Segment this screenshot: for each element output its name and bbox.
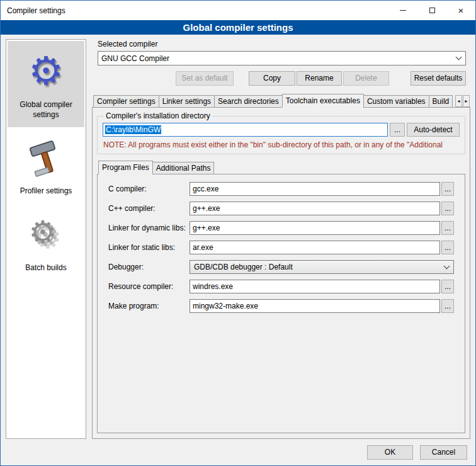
c-compiler-label: C compiler: [108, 185, 190, 193]
reset-defaults-button[interactable]: Reset defaults [411, 71, 466, 86]
set-as-default-button[interactable]: Set as default [176, 71, 234, 86]
ok-button[interactable]: OK [367, 445, 413, 460]
installation-directory-input[interactable]: C:\raylib\MinGW [103, 123, 388, 137]
copy-button[interactable]: Copy [249, 71, 295, 86]
form-row-debugger: Debugger: GDB/CDB debugger : Default [108, 260, 454, 274]
tab-toolchain-executables[interactable]: Toolchain executables [282, 94, 364, 108]
installation-directory-group: Compiler's installation directory C:\ray… [97, 111, 465, 154]
window-controls: × [388, 1, 475, 20]
compiler-settings-dialog: Compiler settings × Global compiler sett… [0, 0, 476, 466]
resource-compiler-input[interactable] [190, 280, 440, 293]
debugger-value: GDB/CDB debugger : Default [194, 263, 293, 271]
form-row-dynamic-linker: Linker for dynamic libs: ... [108, 221, 454, 235]
chevron-down-icon [456, 54, 462, 60]
cpp-compiler-browse-button[interactable]: ... [441, 202, 454, 215]
auto-detect-button[interactable]: Auto-detect [407, 123, 460, 137]
debugger-label: Debugger: [108, 263, 190, 271]
close-button[interactable]: × [446, 1, 475, 20]
close-icon: × [458, 6, 464, 15]
dialog-body: ⚙ Global compiler settings Profiler sett… [1, 35, 475, 441]
tab-build-options[interactable]: Build [429, 95, 453, 108]
make-program-label: Make program: [108, 302, 190, 310]
hammer-tool-icon [9, 131, 82, 184]
tab-scroll-right-button[interactable]: ► [463, 95, 470, 107]
make-program-input[interactable] [190, 299, 440, 313]
sidebar-item-label: Global compiler settings [9, 100, 82, 120]
static-linker-input[interactable] [190, 241, 440, 254]
tab-linker-settings[interactable]: Linker settings [159, 95, 215, 108]
resource-compiler-browse-button[interactable]: ... [441, 280, 454, 293]
dynamic-linker-label: Linker for dynamic libs: [108, 224, 190, 232]
settings-tabstrip: Compiler settings Linker settings Search… [93, 94, 470, 108]
left-arrow-icon: ◄ [456, 99, 461, 103]
cpp-compiler-label: C++ compiler: [108, 204, 190, 213]
form-row-resource-compiler: Resource compiler: ... [108, 280, 454, 293]
sidebar-item-batch-builds[interactable]: ⚙ Batch builds [8, 204, 84, 281]
chevron-down-icon [444, 263, 450, 269]
tab-scroll-left-button[interactable]: ◄ [455, 95, 462, 107]
directory-note: NOTE: All programs must exist either in … [103, 140, 460, 149]
tab-compiler-settings[interactable]: Compiler settings [93, 95, 159, 108]
program-files-panel: C compiler: ... C++ compiler: ... Linker… [97, 174, 465, 433]
window-title: Compiler settings [1, 6, 65, 15]
compiler-actions: Set as default Copy Rename Delete Reset … [98, 71, 466, 86]
form-row-c-compiler: C compiler: ... [108, 182, 454, 196]
page-title: Global compiler settings [1, 20, 475, 35]
maximize-icon [429, 8, 435, 13]
make-program-browse-button[interactable]: ... [441, 299, 454, 313]
tab-custom-variables[interactable]: Custom variables [363, 95, 429, 108]
selected-compiler-dropdown[interactable]: GNU GCC Compiler [98, 51, 466, 65]
cpp-compiler-input[interactable] [190, 202, 440, 215]
cancel-button[interactable]: Cancel [420, 445, 467, 460]
browse-directory-button[interactable]: ... [390, 123, 405, 137]
dynamic-linker-input[interactable] [190, 221, 440, 235]
installation-directory-value: C:\raylib\MinGW [105, 125, 161, 134]
tab-additional-paths[interactable]: Additional Paths [152, 162, 215, 174]
installation-directory-label: Compiler's installation directory [104, 111, 212, 120]
tab-program-files[interactable]: Program Files [98, 161, 153, 174]
gear-icon: ⚙ [9, 45, 82, 98]
title-bar[interactable]: Compiler settings × [1, 1, 475, 20]
static-linker-label: Linker for static libs: [108, 243, 190, 252]
minimize-button[interactable] [388, 1, 417, 20]
program-files-tabstrip: Program Files Additional Paths [98, 161, 465, 174]
toolchain-executables-panel: Compiler's installation directory C:\ray… [92, 107, 470, 439]
selected-compiler-value: GNU GCC Compiler [101, 54, 169, 63]
dialog-footer: OK Cancel [1, 441, 475, 465]
debugger-dropdown[interactable]: GDB/CDB debugger : Default [190, 260, 454, 274]
rename-button[interactable]: Rename [297, 71, 342, 86]
form-row-make-program: Make program: ... [108, 299, 454, 313]
form-row-static-linker: Linker for static libs: ... [108, 241, 454, 254]
installation-directory-row: C:\raylib\MinGW ... Auto-detect [103, 123, 460, 137]
c-compiler-input[interactable] [190, 182, 440, 196]
sidebar-item-label: Profiler settings [9, 186, 82, 196]
form-row-cpp-compiler: C++ compiler: ... [108, 202, 454, 215]
resource-compiler-label: Resource compiler: [108, 282, 190, 291]
sidebar-item-global-compiler-settings[interactable]: ⚙ Global compiler settings [8, 41, 84, 127]
sidebar-item-label: Batch builds [9, 263, 82, 273]
minimize-icon [400, 10, 406, 11]
tab-search-directories[interactable]: Search directories [214, 95, 283, 108]
dynamic-linker-browse-button[interactable]: ... [441, 221, 454, 235]
maximize-button[interactable] [417, 1, 446, 20]
delete-button[interactable]: Delete [343, 71, 389, 86]
static-linker-browse-button[interactable]: ... [441, 241, 454, 254]
sidebar-item-profiler-settings[interactable]: Profiler settings [8, 127, 84, 204]
settings-category-list: ⚙ Global compiler settings Profiler sett… [6, 39, 86, 439]
main-panel: Selected compiler GNU GCC Compiler Set a… [92, 39, 470, 439]
selected-compiler-label: Selected compiler [98, 40, 470, 48]
tab-scroll-controls: ◄ ► [455, 95, 470, 107]
right-arrow-icon: ► [464, 99, 468, 103]
c-compiler-browse-button[interactable]: ... [441, 182, 454, 196]
gray-gears-icon: ⚙ [9, 208, 82, 261]
